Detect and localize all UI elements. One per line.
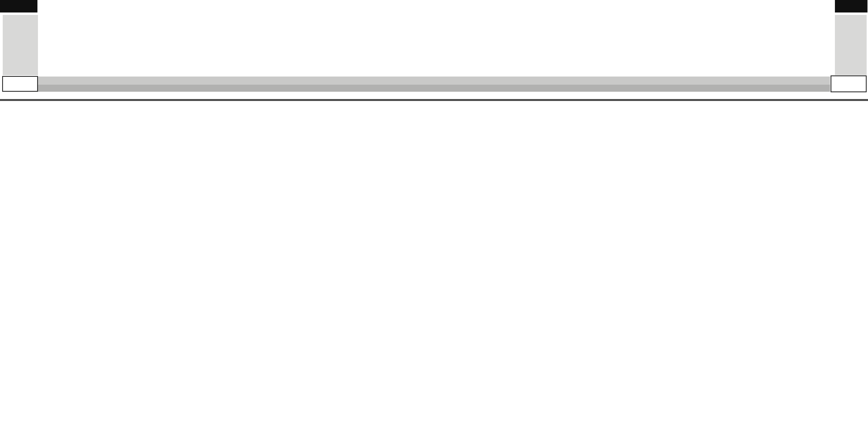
gray-strip <box>38 85 830 92</box>
finish-label <box>831 76 867 92</box>
right-side-panel <box>835 15 867 75</box>
code-bar <box>38 77 830 85</box>
brand-tag-left <box>0 0 37 12</box>
sidebar-note <box>3 15 38 75</box>
finish-label <box>2 76 38 92</box>
brand-tag-right <box>835 0 867 12</box>
row-separator <box>0 99 868 101</box>
catalog-page <box>0 0 868 422</box>
